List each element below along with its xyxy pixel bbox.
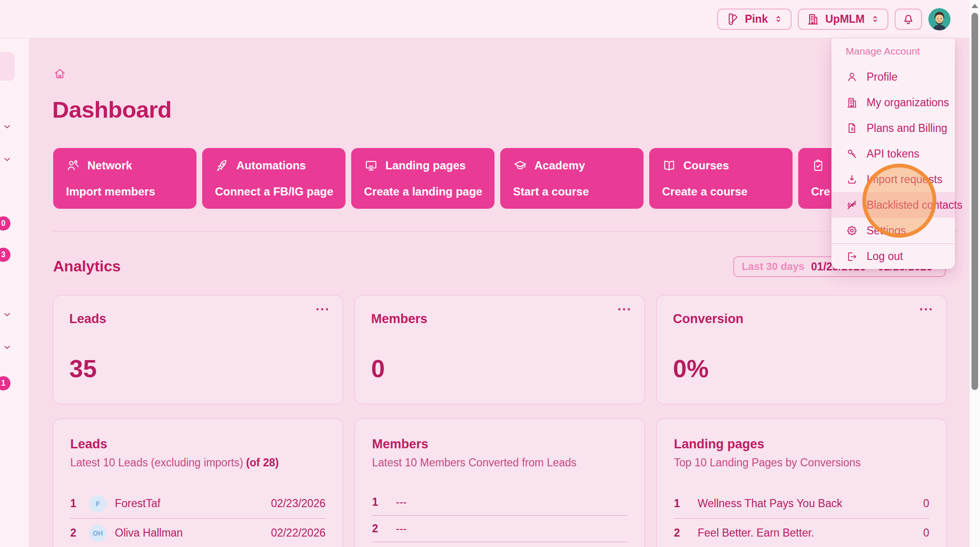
member-row[interactable]: 2 ---: [372, 516, 627, 542]
scrollbar-thumb[interactable]: [971, 13, 978, 390]
lead-name: Oliva Hallman: [115, 527, 271, 539]
list-title: Leads: [70, 437, 326, 452]
lead-date: 02/23/2026: [271, 497, 326, 510]
stat-cards-row: Leads 35 Members 0 Conversion 0%: [53, 295, 947, 404]
menu-item-blacklisted-contacts[interactable]: Blacklisted contacts: [831, 192, 955, 218]
row-index: 1: [674, 497, 688, 510]
main-content: Dashboard Network Import members: [30, 38, 970, 547]
stat-value: 35: [69, 354, 97, 383]
row-index: 1: [70, 497, 84, 510]
member-row[interactable]: 1 ---: [372, 489, 627, 516]
lead-row[interactable]: 2 OH Oliva Hallman 02/22/2026: [70, 519, 326, 547]
rocket-icon: [215, 158, 229, 173]
menu-item-label: Import requests: [867, 173, 943, 186]
menu-item-settings[interactable]: Settings: [831, 218, 955, 243]
quick-action-subtitle: Import members: [66, 185, 184, 198]
import-icon: [846, 173, 858, 185]
landing-page-conversions: 0: [923, 497, 929, 510]
menu-item-api-tokens[interactable]: API tokens: [831, 141, 955, 167]
ellipsis-menu-icon[interactable]: [617, 307, 631, 312]
quick-action-courses[interactable]: Courses Create a course: [649, 148, 793, 209]
stat-value: 0%: [673, 354, 709, 383]
quick-action-title: Network: [87, 159, 132, 172]
megaphone-off-icon: [846, 199, 858, 211]
menu-item-label: Blacklisted contacts: [867, 199, 962, 212]
landing-page-conversions: 0: [923, 527, 929, 539]
chevron-updown-icon: [774, 14, 783, 24]
stat-card-conversion: Conversion 0%: [656, 295, 947, 404]
building-icon: [806, 12, 820, 26]
analytics-heading: Analytics: [53, 258, 121, 275]
quick-action-network[interactable]: Network Import members: [53, 148, 196, 209]
quick-action-automations[interactable]: Automations Connect a FB/IG page: [202, 148, 345, 209]
ellipsis-menu-icon[interactable]: [315, 307, 329, 312]
menu-item-my-organizations[interactable]: My organizations: [831, 90, 955, 115]
lead-row[interactable]: 1 F ForestTaf 02/23/2026: [70, 489, 326, 519]
menu-item-label: Profile: [867, 71, 897, 83]
home-breadcrumb-icon[interactable]: [53, 67, 66, 80]
gear-icon: [846, 224, 858, 237]
menu-item-label: Settings: [867, 224, 906, 237]
date-range-preset: Last 30 days: [742, 260, 804, 273]
quick-action-title: Automations: [236, 159, 306, 172]
chevron-updown-icon: [870, 14, 880, 24]
graduation-cap-icon: [513, 158, 527, 173]
quick-action-subtitle: Create a course: [662, 185, 780, 198]
row-index: 2: [674, 527, 688, 539]
page-title: Dashboard: [52, 96, 171, 123]
user-avatar[interactable]: [928, 8, 951, 30]
row-index: 2: [372, 522, 386, 535]
menu-item-profile[interactable]: Profile: [831, 64, 955, 90]
list-card-landing-pages: Landing pages Top 10 Landing Pages by Co…: [656, 418, 947, 547]
landing-page-row[interactable]: 2 Feel Better. Earn Better. 0: [674, 519, 929, 547]
landing-page-row[interactable]: 1 Wellness That Pays You Back 0: [674, 489, 929, 519]
stat-card-leads: Leads 35: [53, 295, 343, 404]
monitor-icon: [364, 158, 378, 173]
chevron-down-icon[interactable]: [2, 310, 12, 319]
sidebar-count-badge: 3: [0, 248, 10, 262]
scrollbar-up-arrow[interactable]: [971, 4, 978, 8]
menu-item-log-out[interactable]: Log out: [831, 244, 955, 269]
organization-select[interactable]: UpMLM: [798, 9, 888, 30]
member-row[interactable]: 3: [372, 542, 627, 547]
bell-icon: [902, 12, 915, 26]
list-title: Landing pages: [674, 437, 929, 452]
vertical-scrollbar[interactable]: [970, 0, 980, 547]
list-subtitle: Top 10 Landing Pages by Conversions: [674, 456, 929, 469]
section-divider: [53, 231, 959, 232]
ellipsis-menu-icon[interactable]: [919, 307, 933, 312]
chevron-down-icon[interactable]: [2, 122, 12, 131]
stat-value: 0: [371, 354, 385, 383]
quick-actions-row: Network Import members Automations: [53, 148, 942, 209]
clipboard-check-icon: [811, 158, 825, 173]
account-menu-panel: Manage Account Profile My organizations: [831, 38, 955, 269]
list-subtitle-count: (of 28): [246, 456, 279, 469]
list-subtitle: Latest 10 Members Converted from Leads: [372, 456, 627, 469]
menu-item-plans-and-billing[interactable]: $ Plans and Billing: [831, 115, 955, 141]
list-card-leads: Leads Latest 10 Leads (excluding imports…: [53, 418, 343, 547]
chevron-down-icon[interactable]: [2, 343, 12, 352]
book-icon: [662, 158, 676, 173]
quick-action-title: Academy: [534, 159, 585, 172]
sidebar-active-item[interactable]: [0, 52, 15, 81]
lead-name: ForestTaf: [115, 497, 271, 510]
invoice-icon: $: [846, 122, 858, 134]
chevron-down-icon[interactable]: [2, 155, 12, 164]
notifications-button[interactable]: [895, 9, 922, 30]
quick-action-subtitle: Connect a FB/IG page: [215, 185, 333, 198]
lead-date: 02/22/2026: [271, 527, 326, 539]
sidebar-collapsed-strip: 0 3 1: [0, 38, 29, 547]
menu-item-label: API tokens: [867, 148, 919, 160]
quick-action-landing-pages[interactable]: Landing pages Create a landing page: [351, 148, 495, 209]
top-header: Pink UpMLM: [0, 0, 970, 38]
menu-item-label: Plans and Billing: [867, 122, 947, 135]
quick-action-title: Courses: [683, 159, 729, 172]
stat-title: Leads: [69, 312, 327, 326]
svg-text:$: $: [851, 127, 853, 131]
quick-action-subtitle: Create a landing page: [364, 185, 482, 198]
quick-action-academy[interactable]: Academy Start a course: [500, 148, 644, 209]
account-menu-title: Manage Account: [831, 38, 955, 64]
menu-item-import-requests[interactable]: Import requests: [831, 167, 955, 192]
people-icon: [66, 158, 80, 173]
theme-select[interactable]: Pink: [717, 9, 792, 30]
